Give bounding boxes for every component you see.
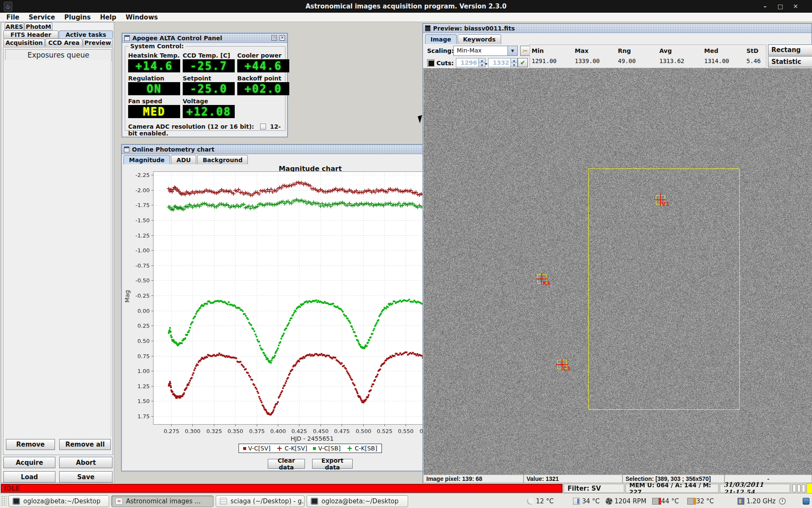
preview-titlebar[interactable]: Preview: biassv0011.fits (423, 24, 812, 33)
legend-square-glyph (243, 447, 246, 450)
cuts-high-input[interactable] (488, 58, 510, 67)
acquire-button[interactable]: Acquire (3, 457, 55, 468)
menu-plugins[interactable]: Plugins (60, 14, 95, 21)
remove-all-button[interactable]: Remove all (59, 439, 111, 450)
exposures-queue-title: Exposures queue (27, 51, 89, 59)
tab-fits-header[interactable]: FITS Header (3, 30, 58, 39)
star-marker-K1[interactable]: K1 (537, 274, 546, 284)
power-icon[interactable] (779, 498, 786, 505)
minimize-button[interactable]: – (760, 3, 770, 10)
main-titlebar: ♨ Astronomical images acquisition progra… (0, 0, 812, 13)
abort-button[interactable]: Abort (59, 457, 112, 468)
cuts-low-input[interactable] (456, 58, 478, 67)
statistics-button[interactable]: Statistic (768, 56, 812, 67)
tab-ccd-area[interactable]: CCD Area (45, 39, 82, 47)
stats-header-max: Max (575, 47, 588, 54)
tab-keywords[interactable]: Keywords (458, 34, 501, 44)
task-button-2[interactable]: sciaga (~/Desktop) - g... (216, 495, 304, 507)
photometry-tabs: MagnitudeADUBackground (123, 155, 248, 164)
columns-icon[interactable] (793, 484, 805, 492)
remove-button[interactable]: Remove (6, 439, 55, 450)
notification-square[interactable] (807, 483, 812, 494)
stats-value-max: 1339.00 (575, 58, 600, 64)
moon-icon (527, 498, 534, 505)
tray-label: 1204 RPM (614, 497, 646, 505)
apply-cuts-button[interactable]: ✔ (518, 58, 528, 67)
chip-orange-icon (687, 498, 694, 505)
queue-panel: Exposures queue Remove Remove all (3, 47, 113, 455)
preview-title: Preview: biassv0011.fits (433, 25, 515, 32)
legend-label: V-C[SV] (248, 445, 271, 452)
menu-file[interactable]: File (2, 14, 24, 21)
led-label-0: Heatsink Temp. [C] (128, 52, 181, 59)
java-icon: ≈ (115, 498, 123, 505)
state-label: IDLE (4, 485, 20, 492)
tab-image[interactable]: Image (425, 34, 457, 44)
task-label: sciaga (~/Desktop) - g... (230, 497, 304, 505)
trash-icon[interactable] (803, 498, 809, 505)
state-bar: IDLE (1, 484, 562, 493)
fits-image-area[interactable]: V1K1C1 (423, 68, 812, 475)
spinner-arrows[interactable]: ▲▼ (478, 58, 485, 67)
stats-value-min: 1291.00 (532, 58, 557, 64)
adc-checkbox[interactable] (260, 124, 266, 130)
tab-adu[interactable]: ADU (171, 155, 196, 164)
load-button[interactable]: Load (3, 471, 55, 483)
task-button-1[interactable]: ≈Astronomical images ... (111, 495, 214, 507)
spinner-arrows[interactable]: ▲▼ (510, 58, 517, 67)
cuts-high-spinner[interactable]: ▲▼ (488, 58, 518, 67)
stats-header-std: StD (746, 47, 758, 54)
export-data-button[interactable]: Export data (312, 459, 353, 469)
x-axis-label: HJD - 2455651 (223, 435, 401, 442)
tray-chip-orange: 32 °C (687, 497, 714, 505)
image-pixel-status: Image pixel: 139: 68 (423, 475, 524, 483)
cut-tool-button[interactable]: ✂ (520, 46, 530, 56)
close-button[interactable]: ✕ (791, 3, 800, 10)
tab-photom[interactable]: PhotoM (25, 22, 52, 30)
pixel-value-status: Value: 1321 (524, 475, 623, 483)
legend-plus-glyph: + (277, 446, 283, 450)
tab-ares[interactable]: ARES (5, 22, 24, 30)
scaling-combo[interactable]: Min-Max ▼ (453, 46, 518, 56)
tab-magnitude[interactable]: Magnitude (123, 155, 170, 164)
rectangle-button[interactable]: Rectang (768, 44, 812, 55)
maximize-button[interactable]: □ (776, 3, 785, 10)
tab-acquisition[interactable]: Acquisition (3, 39, 45, 47)
tab-background[interactable]: Background (197, 155, 248, 164)
stats-header-med: Med (704, 47, 718, 54)
clear-data-button[interactable]: Clear data (268, 459, 305, 469)
led-label-6: Fan speed (128, 98, 181, 105)
restore-icon[interactable]: ◳ (272, 35, 277, 41)
disk-icon (573, 498, 580, 505)
stats-value-med: 1314.00 (704, 58, 729, 64)
marker-cross-v (660, 194, 661, 206)
task-button-0[interactable]: ogloza@beta:~/Desktop (8, 495, 109, 507)
control-panel-titlebar[interactable]: Apogee ALTA Control Panel ◳ ✕ (122, 33, 287, 43)
exposures-queue-list[interactable] (5, 60, 111, 437)
close-frame-icon[interactable]: ✕ (280, 35, 285, 41)
menu-help[interactable]: Help (95, 14, 121, 21)
star-marker-V1[interactable]: V1 (656, 195, 665, 204)
menu-windows[interactable]: Windows (121, 14, 162, 21)
fan-icon (606, 498, 612, 505)
tab-active-tasks[interactable]: Active tasks (59, 30, 113, 39)
tab-preview[interactable]: Preview (83, 39, 112, 47)
tray-label: 1.20 GHz (746, 497, 776, 505)
menu-service[interactable]: Service (24, 14, 60, 21)
save-button[interactable]: Save (59, 471, 112, 483)
scaling-label: Scaling: (427, 47, 454, 54)
star-marker-C1[interactable]: C1 (557, 360, 567, 369)
stats-header-min: Min (532, 47, 544, 54)
star-marker-label: C1 (563, 365, 571, 372)
marker-cross-v (541, 273, 542, 285)
y-axis-label: Mag (124, 290, 131, 303)
menu-bar: FileServicePluginsHelpWindows (0, 13, 812, 22)
notepad-icon (220, 498, 227, 505)
task-button-3[interactable]: ogloza@beta:~/Desktop (307, 495, 408, 507)
taskbar-grip[interactable] (1, 496, 6, 507)
chip-red-icon (652, 498, 659, 505)
control-panel-window: Apogee ALTA Control Panel ◳ ✕ System Con… (122, 33, 288, 137)
led-value-3: ON (128, 82, 180, 95)
scaling-value: Min-Max (454, 46, 508, 55)
cuts-low-spinner[interactable]: ▲▼ (456, 58, 486, 67)
